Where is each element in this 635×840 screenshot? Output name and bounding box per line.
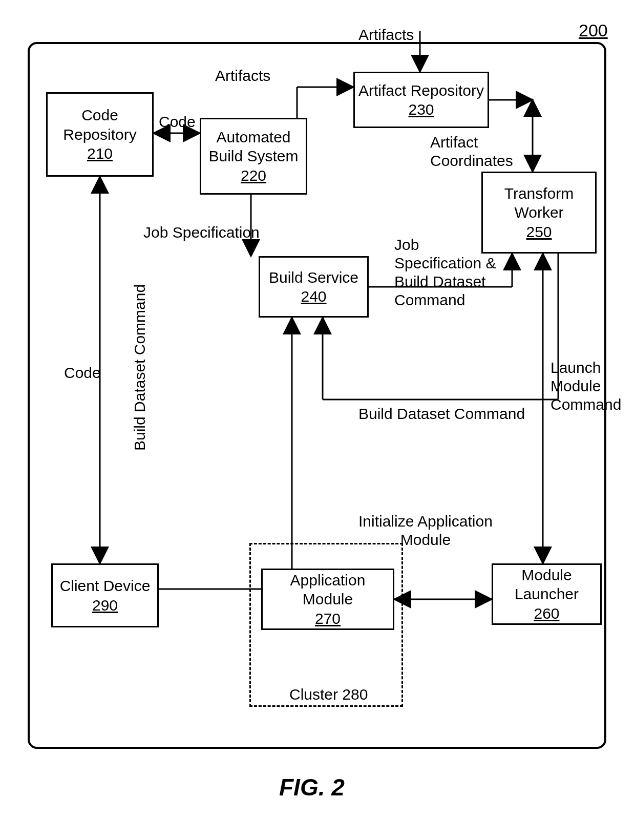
box-title: Automated Build System [204, 128, 303, 166]
box-title: Module Launcher [496, 565, 597, 604]
box-title: Artifact Repository [358, 81, 484, 100]
diagram-canvas: 200 [0, 0, 635, 840]
figure-label: FIG. 2 [279, 773, 345, 801]
edge-label-artifacts-1: Artifacts [215, 67, 270, 85]
box-ref: 260 [534, 604, 559, 623]
edge-label-build-cmd-1: Build Dataset Command [131, 284, 149, 451]
box-ref: 240 [301, 287, 326, 306]
box-ref: 220 [241, 166, 266, 185]
edge-label-build-cmd-2: Build Dataset Command [358, 405, 525, 423]
edge-label-job-spec: Job Specification [143, 223, 260, 242]
edge-label-code-1: Code [159, 113, 196, 131]
edge-label-job-spec-build: Job Specification & Build Dataset Comman… [394, 236, 496, 309]
box-artifact-repository: Artifact Repository 230 [353, 72, 489, 128]
edge-label-init-app: Initialize Application Module [358, 512, 493, 549]
box-title: Code Repository [51, 106, 149, 144]
box-build-service: Build Service 240 [259, 256, 369, 318]
box-ref: 290 [92, 596, 118, 615]
box-client-device: Client Device 290 [51, 563, 159, 627]
box-ref: 230 [408, 100, 434, 119]
box-application-module: Application Module 270 [261, 569, 394, 630]
box-module-launcher: Module Launcher 260 [492, 563, 602, 625]
box-ref: 210 [87, 144, 113, 163]
box-title: Client Device [60, 576, 151, 596]
box-automated-build-system: Automated Build System 220 [200, 118, 307, 195]
box-title: Application Module [266, 571, 390, 609]
cluster-label: Cluster 280 [289, 685, 368, 704]
box-title: Build Service [269, 268, 358, 287]
box-title: Transform Worker [486, 184, 592, 222]
box-ref: 250 [526, 222, 552, 242]
edge-label-launch-cmd: Launch Module Command [551, 359, 621, 414]
edge-label-artifacts-2: Artifacts [358, 26, 414, 44]
box-transform-worker: Transform Worker 250 [481, 172, 597, 254]
box-ref: 270 [315, 609, 341, 628]
box-code-repository: Code Repository 210 [46, 92, 154, 177]
edge-label-code-2: Code [64, 364, 101, 382]
edge-label-artifact-coords: Artifact Coordinates [430, 133, 513, 170]
